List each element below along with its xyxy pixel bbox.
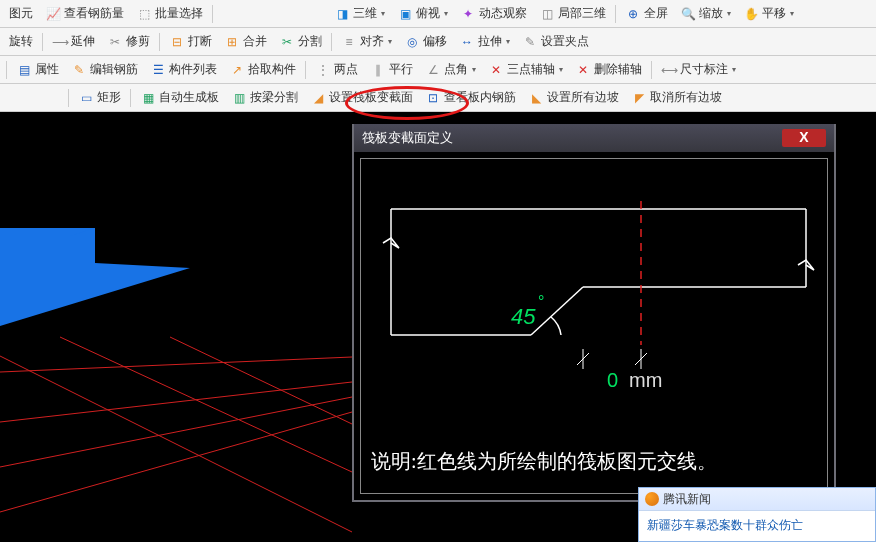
svg-line-3 <box>0 382 352 422</box>
batch-select-btn[interactable]: ⬚批量选择 <box>131 3 208 24</box>
zoom-btn[interactable]: 🔍缩放▾ <box>675 3 736 24</box>
section-drawing: 45 ° 0 mm <box>361 159 829 495</box>
svg-text:45: 45 <box>511 304 536 329</box>
label: 删除辅轴 <box>594 61 642 78</box>
offset-icon: ◎ <box>404 34 420 50</box>
rect-btn[interactable]: ▭矩形 <box>73 87 126 108</box>
partial-3d-btn[interactable]: ◫局部三维 <box>534 3 611 24</box>
separator <box>6 61 7 79</box>
separator <box>305 61 306 79</box>
news-popup: 腾讯新闻 新疆莎车暴恐案数十群众伤亡 <box>638 487 876 542</box>
dialog-body: 45 ° 0 mm 说明:红色线为所绘制的筏板图元交线。 <box>354 152 834 500</box>
separator <box>159 33 160 51</box>
svg-line-4 <box>0 397 352 467</box>
close-button[interactable]: X <box>782 129 826 147</box>
view-steel-btn[interactable]: 📈查看钢筋量 <box>40 3 129 24</box>
extend-btn[interactable]: ⟶延伸 <box>47 31 100 52</box>
toolbar-row-3: ▤属性 ✎编辑钢筋 ☰构件列表 ↗拾取构件 ⋮两点 ∥平行 ∠点角▾ ✕三点辅轴… <box>0 56 876 84</box>
section-canvas: 45 ° 0 mm 说明:红色线为所绘制的筏板图元交线。 <box>360 158 828 494</box>
pan-btn[interactable]: ✋平移▾ <box>738 3 799 24</box>
set-grip-btn[interactable]: ✎设置夹点 <box>517 31 594 52</box>
label: 取消所有边坡 <box>650 89 722 106</box>
set-all-slope-btn[interactable]: ◣设置所有边坡 <box>523 87 624 108</box>
label: 构件列表 <box>169 61 217 78</box>
fullscreen-btn[interactable]: ⊕全屏 <box>620 3 673 24</box>
trim-btn[interactable]: ✂修剪 <box>102 31 155 52</box>
split-icon: ▥ <box>231 90 247 106</box>
fullscreen-icon: ⊕ <box>625 6 641 22</box>
news-header[interactable]: 腾讯新闻 <box>639 488 875 511</box>
label: 缩放 <box>699 5 723 22</box>
label: 设置夹点 <box>541 33 589 50</box>
cube-icon: ◨ <box>334 6 350 22</box>
dimension-btn[interactable]: ⟷尺寸标注▾ <box>656 59 741 80</box>
chart-icon: 📈 <box>45 6 61 22</box>
slope-icon: ◣ <box>528 90 544 106</box>
merge-btn[interactable]: ⊞合并 <box>219 31 272 52</box>
toolbar-row-1: 图元 📈查看钢筋量 ⬚批量选择 ◨三维▾ ▣俯视▾ ✦动态观察 ◫局部三维 ⊕全… <box>0 0 876 28</box>
svg-line-2 <box>0 357 352 372</box>
three-d-btn[interactable]: ◨三维▾ <box>329 3 390 24</box>
svg-text:0: 0 <box>607 369 618 391</box>
label: 批量选择 <box>155 5 203 22</box>
stretch-btn[interactable]: ↔拉伸▾ <box>454 31 515 52</box>
zoom-icon: 🔍 <box>680 6 696 22</box>
axis-icon: ✕ <box>488 62 504 78</box>
label: 打断 <box>188 33 212 50</box>
pen-icon: ✎ <box>522 34 538 50</box>
top-view-btn[interactable]: ▣俯视▾ <box>392 3 453 24</box>
pick-component-btn[interactable]: ↗拾取构件 <box>224 59 301 80</box>
label: 延伸 <box>71 33 95 50</box>
separator <box>42 33 43 51</box>
toolbar-row-2: 旋转 ⟶延伸 ✂修剪 ⊟打断 ⊞合并 ✂分割 ≡对齐▾ ◎偏移 ↔拉伸▾ ✎设置… <box>0 28 876 56</box>
del-axis-icon: ✕ <box>575 62 591 78</box>
svg-line-8 <box>0 356 352 532</box>
parallel-icon: ∥ <box>370 62 386 78</box>
cancel-slope-icon: ◤ <box>631 90 647 106</box>
align-btn[interactable]: ≡对齐▾ <box>336 31 397 52</box>
set-section-btn[interactable]: ◢设置筏板变截面 <box>305 87 418 108</box>
hand-icon: ✋ <box>743 6 759 22</box>
rebar-icon: ⊡ <box>425 90 441 106</box>
chevron-down-icon: ▾ <box>506 37 510 46</box>
rotate-btn[interactable]: 旋转 <box>4 31 38 52</box>
dialog-titlebar[interactable]: 筏板变截面定义 X <box>354 124 834 152</box>
news-headline[interactable]: 新疆莎车暴恐案数十群众伤亡 <box>647 518 803 532</box>
offset-btn[interactable]: ◎偏移 <box>399 31 452 52</box>
element-btn[interactable]: 图元 <box>4 3 38 24</box>
component-list-btn[interactable]: ☰构件列表 <box>145 59 222 80</box>
dim-icon: ⟷ <box>661 62 677 78</box>
chevron-down-icon: ▾ <box>444 9 448 18</box>
separator <box>68 89 69 107</box>
label: 自动生成板 <box>159 89 219 106</box>
break-btn[interactable]: ⊟打断 <box>164 31 217 52</box>
svg-line-6 <box>60 337 352 472</box>
del-axis-btn[interactable]: ✕删除辅轴 <box>570 59 647 80</box>
label: 图元 <box>9 5 33 22</box>
chevron-down-icon: ▾ <box>559 65 563 74</box>
label: 平移 <box>762 5 786 22</box>
label: 全屏 <box>644 5 668 22</box>
separator <box>331 33 332 51</box>
separator <box>212 5 213 23</box>
picker-icon: ↗ <box>229 62 245 78</box>
cancel-all-slope-btn[interactable]: ◤取消所有边坡 <box>626 87 727 108</box>
three-axis-btn[interactable]: ✕三点辅轴▾ <box>483 59 568 80</box>
select-icon: ⬚ <box>136 6 152 22</box>
view-inner-rebar-btn[interactable]: ⊡查看板内钢筋 <box>420 87 521 108</box>
properties-btn[interactable]: ▤属性 <box>11 59 64 80</box>
edit-rebar-btn[interactable]: ✎编辑钢筋 <box>66 59 143 80</box>
separator <box>615 5 616 23</box>
split-icon: ✂ <box>279 34 295 50</box>
auto-gen-btn[interactable]: ▦自动生成板 <box>135 87 224 108</box>
dynamic-view-btn[interactable]: ✦动态观察 <box>455 3 532 24</box>
two-point-btn[interactable]: ⋮两点 <box>310 59 363 80</box>
by-beam-btn[interactable]: ▥按梁分割 <box>226 87 303 108</box>
label: 三维 <box>353 5 377 22</box>
props-icon: ▤ <box>16 62 32 78</box>
angle-point-btn[interactable]: ∠点角▾ <box>420 59 481 80</box>
label: 平行 <box>389 61 413 78</box>
parallel-btn[interactable]: ∥平行 <box>365 59 418 80</box>
split-btn[interactable]: ✂分割 <box>274 31 327 52</box>
trim-icon: ✂ <box>107 34 123 50</box>
